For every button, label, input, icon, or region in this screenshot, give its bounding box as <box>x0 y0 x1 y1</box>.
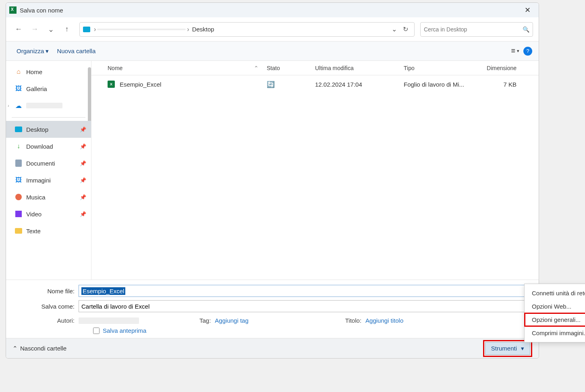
hide-folders-button[interactable]: ⌃Nascondi cartelle <box>12 345 66 352</box>
titlebar: Salva con nome ✕ <box>6 3 539 17</box>
sort-icon: ⌃ <box>254 65 259 71</box>
filename-label: Nome file: <box>12 288 79 295</box>
pin-icon: 📌 <box>80 143 86 149</box>
navigation-bar: ← → ⌄ ↑ › › Desktop ⌄ ↻ 🔍 <box>6 17 539 41</box>
tools-menu: Connetti unità di rete... Opzioni Web...… <box>524 284 585 342</box>
chevron-down-icon: ▾ <box>521 345 524 352</box>
col-state[interactable]: Stato <box>263 65 311 71</box>
file-modified: 12.02.2024 17:04 <box>311 81 400 88</box>
sidebar: ⌂Home 🖼Galleria ›☁ Desktop📌 ↓Download📌 D… <box>6 61 91 280</box>
pin-icon: 📌 <box>80 177 86 183</box>
folder-icon <box>15 227 22 234</box>
add-tag-link[interactable]: Aggiungi tag <box>215 317 248 324</box>
gallery-icon: 🖼 <box>15 85 22 92</box>
pin-icon: 📌 <box>80 160 86 166</box>
close-button[interactable]: ✕ <box>519 4 535 16</box>
chevron-up-icon: ⌃ <box>12 345 18 352</box>
search-input[interactable] <box>424 26 523 33</box>
filename-value: Esempio_Excel <box>81 287 125 295</box>
tag-label: Tag: <box>199 317 211 324</box>
col-size[interactable]: Dimensione <box>476 65 521 71</box>
images-icon: 🖼 <box>15 176 22 184</box>
documents-icon <box>15 160 22 167</box>
sidebar-item-documents[interactable]: Documenti📌 <box>6 155 91 172</box>
saveas-field[interactable]: Cartella di lavoro di Excel ⌄ <box>79 300 532 312</box>
recent-dropdown[interactable]: ⌄ <box>44 23 58 36</box>
breadcrumb-sep: › <box>93 26 97 33</box>
breadcrumb-current[interactable]: Desktop <box>191 26 216 33</box>
window-title: Salva con nome <box>20 7 63 14</box>
save-as-dialog: Salva con nome ✕ ← → ⌄ ↑ › › Desktop ⌄ ↻… <box>6 2 539 359</box>
help-button[interactable]: ? <box>523 47 532 56</box>
sidebar-item-texte[interactable]: Texte <box>6 222 91 239</box>
sidebar-item-home[interactable]: ⌂Home <box>6 63 91 80</box>
footer: ⌃Nascondi cartelle Strumenti▾ Connetti u… <box>6 338 539 358</box>
up-button[interactable]: ↑ <box>60 23 74 36</box>
filename-field[interactable]: Esempio_Excel ⌄ <box>79 285 532 297</box>
authors-label: Autori: <box>12 317 79 324</box>
file-pane: Nome⌃ Stato Ultima modifica Tipo Dimensi… <box>91 61 539 280</box>
sidebar-item-download[interactable]: ↓Download📌 <box>6 138 91 155</box>
sidebar-item-music[interactable]: Musica📌 <box>6 189 91 205</box>
music-icon <box>15 193 22 201</box>
address-dropdown[interactable]: ⌄ <box>388 24 400 35</box>
column-headers: Nome⌃ Stato Ultima modifica Tipo Dimensi… <box>91 61 539 75</box>
sync-icon: 🔄 <box>267 81 275 88</box>
dialog-body: ⌂Home 🖼Galleria ›☁ Desktop📌 ↓Download📌 D… <box>6 61 539 280</box>
breadcrumb-sep: › <box>186 26 190 33</box>
file-name: Esempio_Excel <box>120 81 161 88</box>
video-icon <box>15 210 22 218</box>
col-name[interactable]: Nome⌃ <box>104 65 263 71</box>
excel-icon <box>9 6 17 14</box>
sidebar-item-images[interactable]: 🖼Immagini📌 <box>6 172 91 189</box>
menu-web-options[interactable]: Opzioni Web... <box>525 300 585 313</box>
menu-connect-network[interactable]: Connetti unità di rete... <box>525 286 585 300</box>
search-icon: 🔍 <box>523 26 529 33</box>
authors-value[interactable] <box>79 317 139 324</box>
cloud-icon: ☁ <box>15 102 22 109</box>
toolbar: Organizza ▾ Nuova cartella ≡ ▾ ? <box>6 41 539 61</box>
saveas-value: Cartella di lavoro di Excel <box>81 303 149 310</box>
download-icon: ↓ <box>15 143 22 150</box>
file-type: Foglio di lavoro di Mi... <box>400 81 476 88</box>
pin-icon: 📌 <box>80 211 86 217</box>
desktop-icon <box>15 126 22 133</box>
menu-general-options[interactable]: Opzioni generali... <box>525 313 585 326</box>
file-size: 7 KB <box>476 81 521 88</box>
menu-compress-images[interactable]: Comprimi immagini... <box>525 326 585 340</box>
add-title-link[interactable]: Aggiungi titolo <box>365 317 403 324</box>
chevron-down-icon: ▾ <box>517 48 519 54</box>
view-options-button[interactable]: ≡ ▾ <box>511 47 519 55</box>
chevron-down-icon: ▾ <box>46 48 49 55</box>
tools-button[interactable]: Strumenti▾ <box>485 342 530 355</box>
organize-button[interactable]: Organizza ▾ <box>12 45 53 57</box>
expand-icon[interactable]: › <box>8 103 9 108</box>
title-label: Titolo: <box>345 317 361 324</box>
forward-button[interactable]: → <box>28 23 41 36</box>
saveas-label: Salva come: <box>12 303 79 310</box>
bottom-panel: Nome file: Esempio_Excel ⌄ Salva come: C… <box>6 280 539 338</box>
file-row[interactable]: XEsempio_Excel 🔄 12.02.2024 17:04 Foglio… <box>91 75 539 93</box>
address-bar[interactable]: › › Desktop ⌄ ↻ <box>79 22 415 37</box>
back-button[interactable]: ← <box>12 23 25 36</box>
sidebar-item-video[interactable]: Video📌 <box>6 205 91 222</box>
home-icon: ⌂ <box>15 68 22 75</box>
new-folder-button[interactable]: Nuova cartella <box>53 45 100 57</box>
save-preview-checkbox[interactable] <box>93 328 100 334</box>
pin-icon: 📌 <box>80 127 86 133</box>
pc-icon <box>83 27 90 32</box>
pin-icon: 📌 <box>80 194 86 200</box>
col-type[interactable]: Tipo <box>400 65 476 71</box>
excel-file-icon: X <box>108 81 115 88</box>
sidebar-item-cloud[interactable]: ›☁ <box>6 97 91 114</box>
highlight-tools: Strumenti▾ <box>483 340 532 357</box>
sidebar-item-gallery[interactable]: 🖼Galleria <box>6 80 91 97</box>
sidebar-item-desktop[interactable]: Desktop📌 <box>6 121 91 138</box>
search-box[interactable]: 🔍 <box>420 22 533 37</box>
refresh-button[interactable]: ↻ <box>400 24 411 35</box>
sidebar-divider <box>12 117 85 118</box>
col-modified[interactable]: Ultima modifica <box>311 65 400 71</box>
save-preview-label[interactable]: Salva anteprima <box>103 327 146 334</box>
breadcrumb-hidden <box>97 29 186 30</box>
